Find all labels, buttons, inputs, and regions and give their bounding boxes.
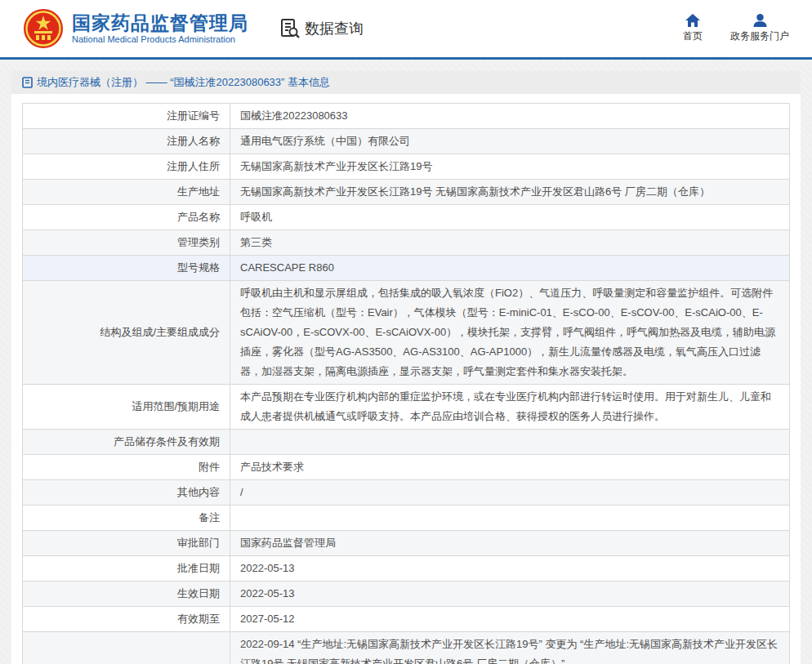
row-label: 审批部门 xyxy=(23,531,230,556)
row-value: 呼吸机由主机和显示屏组成，包括集成的吸入氧浓度（FiO2）、气道压力、呼吸量测定… xyxy=(230,281,790,385)
national-emblem-icon xyxy=(23,8,64,49)
data-query-entry[interactable]: 数据查询 xyxy=(279,18,364,39)
row-value: CARESCAPE R860 xyxy=(230,256,790,281)
table-row: 审批部门国家药品监督管理局 xyxy=(23,531,790,556)
row-label: 管理类别 xyxy=(23,230,230,256)
agency-name-zh: 国家药品监督管理局 xyxy=(72,12,248,33)
row-value: 国家药品监督管理局 xyxy=(230,531,790,556)
table-row: 注册人住所无锡国家高新技术产业开发区长江路19号 xyxy=(23,154,790,180)
row-value: 2022-09-14 “生产地址:无锡国家高新技术产业开发区长江路19号” 变更… xyxy=(230,632,790,664)
row-label: 批准日期 xyxy=(23,556,230,582)
row-value: 2027-05-12 xyxy=(230,607,790,632)
row-label: 生产地址 xyxy=(23,180,230,205)
user-icon xyxy=(753,14,767,27)
table-row: 备注 xyxy=(23,506,790,531)
nav-portal[interactable]: 政务服务门户 xyxy=(730,14,789,43)
table-row: 管理类别第三类 xyxy=(23,230,790,256)
row-label: 注册人名称 xyxy=(23,129,230,154)
page-body: 境内医疗器械（注册） —— “国械注准20223080633” 基本信息 注册证… xyxy=(0,60,812,664)
row-value xyxy=(230,506,790,531)
home-icon xyxy=(685,14,700,27)
table-row: 生产地址无锡国家高新技术产业开发区长江路19号 无锡国家高新技术产业开发区君山路… xyxy=(23,180,790,205)
document-icon xyxy=(22,77,33,88)
row-value: 2022-05-13 xyxy=(230,582,790,607)
row-value: 本产品预期在专业医疗机构内部的重症监护环境，或在专业医疗机构内部进行转运时使用。… xyxy=(230,385,790,430)
table-row: 批准日期2022-05-13 xyxy=(23,556,790,582)
table-row: 产品名称呼吸机 xyxy=(23,205,790,230)
row-label: 备注 xyxy=(23,506,230,531)
row-label: 结构及组成/主要组成成分 xyxy=(23,281,230,385)
row-label: 型号规格 xyxy=(23,256,230,281)
table-row: 型号规格CARESCAPE R860 xyxy=(23,256,790,281)
row-value: 产品技术要求 xyxy=(230,455,790,480)
table-row: 注册证编号国械注准20223080633 xyxy=(23,104,790,129)
row-label: 产品名称 xyxy=(23,205,230,230)
row-value: 2022-05-13 xyxy=(230,556,790,582)
header-nav: 首页 政务服务门户 xyxy=(683,14,789,43)
row-label: 注册证编号 xyxy=(23,104,230,129)
nav-portal-label: 政务服务门户 xyxy=(730,29,789,43)
data-query-label: 数据查询 xyxy=(305,19,364,38)
row-label: 注册人住所 xyxy=(23,154,230,180)
row-value: 通用电气医疗系统（中国）有限公司 xyxy=(230,129,790,154)
nav-home[interactable]: 首页 xyxy=(683,14,703,43)
row-value: 第三类 xyxy=(230,230,790,256)
table-row: 产品储存条件及有效期 xyxy=(23,430,790,455)
table-row: 结构及组成/主要组成成分呼吸机由主机和显示屏组成，包括集成的吸入氧浓度（FiO2… xyxy=(23,281,790,385)
table-row: 其他内容/ xyxy=(23,480,790,506)
row-label: 生效日期 xyxy=(23,582,230,607)
row-label: 其他内容 xyxy=(23,480,230,506)
site-header: 国家药品监督管理局 National Medical Products Admi… xyxy=(0,0,812,57)
nav-home-label: 首页 xyxy=(683,29,703,43)
page-title: 境内医疗器械（注册） —— “国械注准20223080633” 基本信息 xyxy=(37,75,330,90)
row-label: 有效期至 xyxy=(23,607,230,632)
row-label: 适用范围/预期用途 xyxy=(23,385,230,430)
agency-brand[interactable]: 国家药品监督管理局 National Medical Products Admi… xyxy=(23,8,248,49)
row-value: 国械注准20223080633 xyxy=(230,104,790,129)
table-row: 附件产品技术要求 xyxy=(23,455,790,480)
table-row: 生效日期2022-05-13 xyxy=(23,582,790,607)
row-value: 无锡国家高新技术产业开发区长江路19号 xyxy=(230,154,790,180)
agency-name-en: National Medical Products Administration xyxy=(72,33,248,45)
row-value xyxy=(230,430,790,455)
row-label: 变更情况 xyxy=(23,632,230,664)
row-value: / xyxy=(230,480,790,506)
table-row: 变更情况2022-09-14 “生产地址:无锡国家高新技术产业开发区长江路19号… xyxy=(23,632,790,664)
document-search-icon xyxy=(279,18,301,39)
row-value: 无锡国家高新技术产业开发区长江路19号 无锡国家高新技术产业开发区君山路6号 厂… xyxy=(230,180,790,205)
table-row: 注册人名称通用电气医疗系统（中国）有限公司 xyxy=(23,129,790,154)
table-row: 有效期至2027-05-12 xyxy=(23,607,790,632)
row-label: 附件 xyxy=(23,455,230,480)
row-value: 呼吸机 xyxy=(230,205,790,230)
table-row: 适用范围/预期用途本产品预期在专业医疗机构内部的重症监护环境，或在专业医疗机构内… xyxy=(23,385,790,430)
content-container: 境内医疗器械（注册） —— “国械注准20223080633” 基本信息 注册证… xyxy=(11,71,801,664)
row-label: 产品储存条件及有效期 xyxy=(23,430,230,455)
registration-info-table: 注册证编号国械注准20223080633注册人名称通用电气医疗系统（中国）有限公… xyxy=(22,103,790,664)
breadcrumb: 境内医疗器械（注册） —— “国械注准20223080633” 基本信息 xyxy=(11,71,801,94)
